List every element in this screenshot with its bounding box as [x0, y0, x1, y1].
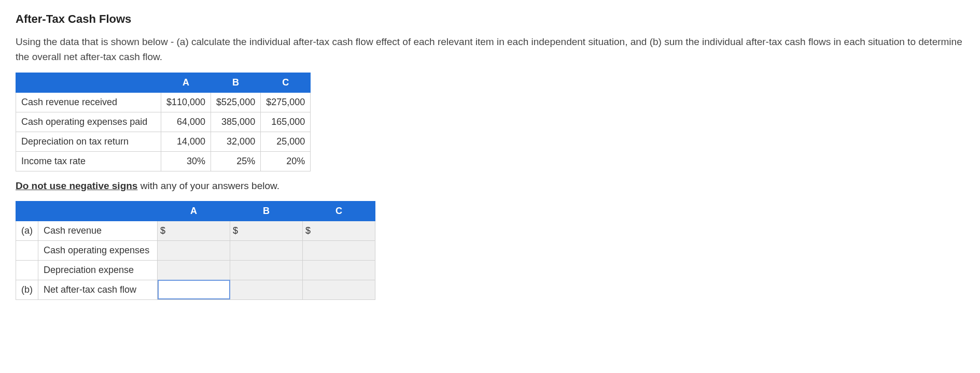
cell-value: 64,000 [161, 112, 211, 132]
instruction-bold: Do not use negative signs [16, 180, 137, 191]
table-row: Income tax rate 30% 25% 20% [16, 152, 311, 171]
answer-input-cell[interactable]: $ [303, 221, 375, 240]
answer-header-blank [16, 201, 38, 221]
currency-symbol: $ [160, 224, 165, 238]
data-table: A B C Cash revenue received $110,000 $52… [16, 73, 311, 171]
part-label [16, 240, 38, 260]
cell-value: 32,000 [211, 132, 261, 152]
answer-input-cell[interactable] [158, 260, 230, 280]
page-title: After-Tax Cash Flows [16, 10, 964, 27]
answer-input-cell[interactable] [303, 240, 375, 260]
answer-input-cell[interactable]: $ [158, 221, 230, 240]
cell-value: $525,000 [211, 93, 261, 112]
cell-value: 30% [161, 152, 211, 171]
table-row: Cash operating expenses [16, 240, 375, 260]
cell-value: 20% [261, 152, 311, 171]
row-label: Cash operating expenses [38, 240, 158, 260]
answer-header-b: B [230, 201, 303, 221]
part-label: (a) [16, 221, 38, 240]
cell-value: $110,000 [161, 93, 211, 112]
cell-value: 25,000 [261, 132, 311, 152]
table-row: (a) Cash revenue $ $ $ [16, 221, 375, 240]
cell-value: $275,000 [261, 93, 311, 112]
row-label: Cash operating expenses paid [16, 112, 161, 132]
answer-input-cell[interactable] [158, 240, 230, 260]
answer-table: A B C (a) Cash revenue $ $ $ Cash operat… [16, 201, 375, 300]
problem-description: Using the data that is shown below - (a)… [16, 35, 964, 64]
currency-symbol: $ [305, 224, 311, 238]
data-header-blank [16, 73, 161, 93]
table-row: Cash revenue received $110,000 $525,000 … [16, 93, 311, 112]
cell-value: 385,000 [211, 112, 261, 132]
instruction-text: Do not use negative signs with any of yo… [16, 179, 964, 194]
answer-input-cell-focused[interactable] [158, 280, 230, 299]
answer-input[interactable] [160, 285, 212, 295]
currency-symbol: $ [233, 224, 238, 238]
answer-input-cell[interactable]: $ [230, 221, 303, 240]
cell-value: 14,000 [161, 132, 211, 152]
data-header-c: C [261, 73, 311, 93]
answer-header-c: C [303, 201, 375, 221]
answer-input-cell[interactable] [230, 280, 303, 299]
cell-value: 165,000 [261, 112, 311, 132]
part-label [16, 260, 38, 280]
answer-input-cell[interactable] [230, 240, 303, 260]
answer-input-cell[interactable] [303, 260, 375, 280]
table-row: (b) Net after-tax cash flow [16, 280, 375, 299]
row-label: Cash revenue received [16, 93, 161, 112]
row-label: Depreciation expense [38, 260, 158, 280]
data-header-b: B [211, 73, 261, 93]
table-row: Depreciation expense [16, 260, 375, 280]
answer-input-cell[interactable] [303, 280, 375, 299]
answer-header-a: A [158, 201, 230, 221]
instruction-rest: with any of your answers below. [137, 180, 279, 191]
row-label: Net after-tax cash flow [38, 280, 158, 299]
answer-input-cell[interactable] [230, 260, 303, 280]
cell-value: 25% [211, 152, 261, 171]
row-label: Depreciation on tax return [16, 132, 161, 152]
row-label: Cash revenue [38, 221, 158, 240]
table-row: Depreciation on tax return 14,000 32,000… [16, 132, 311, 152]
table-row: Cash operating expenses paid 64,000 385,… [16, 112, 311, 132]
row-label: Income tax rate [16, 152, 161, 171]
answer-header-blank [38, 201, 158, 221]
part-label: (b) [16, 280, 38, 299]
data-header-a: A [161, 73, 211, 93]
